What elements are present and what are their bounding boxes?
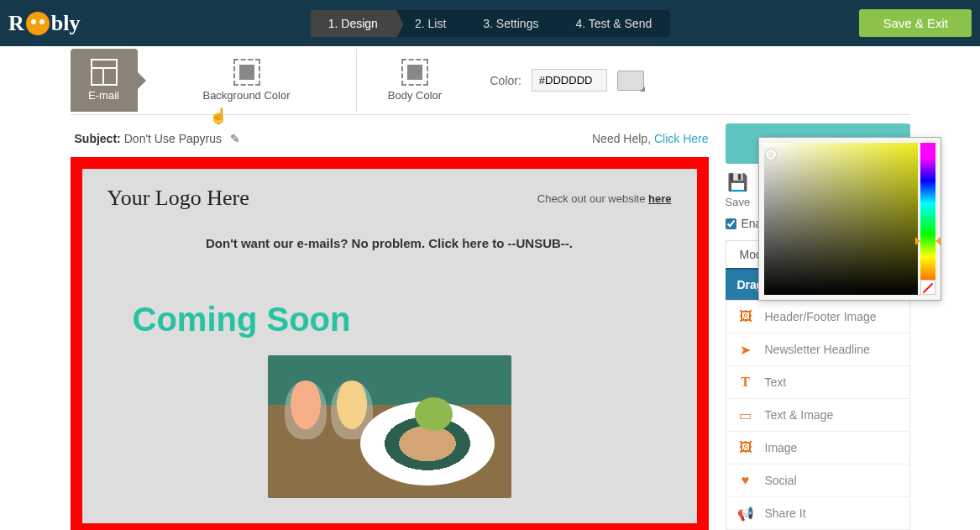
brand-logo[interactable]: R bly	[8, 11, 80, 36]
layout-grid-icon	[91, 59, 118, 86]
subject-row: Subject: Don't Use Papyrus ✎ Need Help, …	[71, 123, 709, 157]
module-label: Header/Footer Image	[765, 310, 877, 323]
step-test-send[interactable]: 4. Test & Send	[557, 10, 670, 37]
subject-label: Subject:	[75, 132, 121, 145]
website-link[interactable]: here	[648, 192, 671, 205]
module-icon: T	[738, 375, 753, 390]
unsubscribe-text[interactable]: Don't want our e-mails? No problem. Clic…	[107, 236, 672, 250]
module-item[interactable]: 🖼Header/Footer Image	[726, 301, 909, 333]
module-item[interactable]: TText	[726, 366, 909, 399]
module-icon: 🖼	[738, 309, 753, 324]
module-label: Image	[765, 441, 798, 454]
save-icon: 💾	[726, 172, 751, 192]
color-hex-input[interactable]	[532, 69, 607, 92]
logo-placeholder[interactable]: Your Logo Here	[107, 186, 249, 211]
bg-color-icon	[233, 59, 260, 86]
module-item[interactable]: ➤Newsletter Headline	[726, 333, 909, 366]
module-icon: 🖼	[738, 440, 753, 455]
email-layout-tab[interactable]: E-mail	[71, 49, 138, 112]
module-icon: ▭	[738, 407, 753, 422]
color-controls: Color:	[474, 69, 661, 92]
email-canvas[interactable]: Your Logo Here Check out our website her…	[82, 169, 697, 523]
website-text: Check out our website here	[537, 192, 672, 205]
module-icon: ➤	[738, 342, 753, 357]
step-settings[interactable]: 3. Settings	[464, 10, 557, 37]
module-label: Newsletter Headline	[765, 343, 870, 356]
save-exit-button[interactable]: Save & Exit	[859, 9, 972, 37]
subject-value: Don't Use Papyrus	[124, 132, 222, 145]
module-label: Text & Image	[765, 408, 834, 422]
help-text: Need Help, Click Here	[592, 132, 709, 145]
headline-text[interactable]: Coming Soon	[107, 301, 672, 338]
background-color-tab[interactable]: Background Color	[138, 49, 356, 112]
content-image[interactable]	[268, 355, 511, 498]
module-item[interactable]: ♥Social	[726, 464, 909, 497]
module-label: Share It	[765, 506, 806, 520]
no-color-button[interactable]	[920, 280, 935, 295]
module-icon: ♥	[738, 473, 753, 488]
module-label: Social	[765, 474, 797, 487]
wizard-steps: 1. Design 2. List 3. Settings 4. Test & …	[310, 10, 670, 37]
picker-cursor-icon	[766, 150, 776, 160]
saturation-lightness-area[interactable]	[764, 143, 918, 295]
design-toolbar: E-mail Background Color Body Color Color…	[71, 46, 910, 115]
module-icon: 📢	[738, 506, 753, 521]
module-item[interactable]: 🖼Image	[726, 432, 909, 464]
enable-checkbox[interactable]	[726, 218, 736, 229]
help-link[interactable]: Click Here	[654, 132, 709, 145]
edit-subject-icon[interactable]: ✎	[230, 132, 240, 145]
module-label: Text	[765, 375, 787, 389]
modules-list: 🖼Header/Footer Image➤Newsletter Headline…	[726, 300, 910, 530]
color-swatch-button[interactable]	[617, 71, 644, 91]
email-canvas-frame: Your Logo Here Check out our website her…	[71, 157, 709, 530]
owl-icon	[26, 12, 50, 35]
module-item[interactable]: 📢Share It	[726, 497, 909, 530]
step-design[interactable]: 1. Design	[310, 10, 396, 37]
body-color-tab[interactable]: Body Color	[356, 49, 474, 112]
step-list[interactable]: 2. List	[396, 10, 464, 37]
save-action[interactable]: 💾 Save	[726, 172, 751, 208]
body-color-icon	[401, 59, 428, 86]
module-item[interactable]: ▭Text & Image	[726, 399, 909, 432]
color-picker-popover[interactable]	[758, 137, 941, 301]
color-label: Color:	[490, 74, 521, 87]
top-bar: R bly 1. Design 2. List 3. Settings 4. T…	[0, 0, 980, 46]
hue-slider[interactable]	[920, 143, 935, 295]
